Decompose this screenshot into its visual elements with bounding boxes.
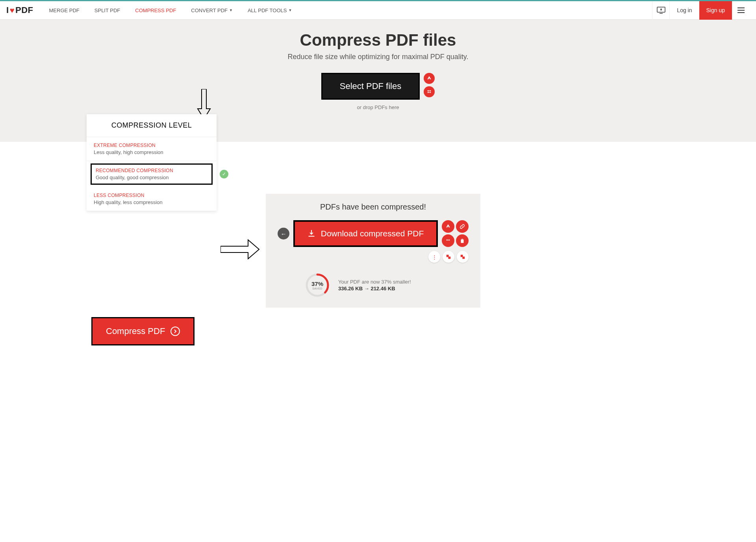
page-subtitle: Reduce file size while optimizing for ma… xyxy=(0,53,756,61)
chevron-down-icon: ▼ xyxy=(229,8,233,12)
chevron-down-icon: ▼ xyxy=(288,8,292,12)
nav-convert[interactable]: CONVERT PDF ▼ xyxy=(191,7,233,13)
desktop-download-icon[interactable] xyxy=(652,1,670,20)
logo-post: PDF xyxy=(15,5,33,15)
login-button[interactable]: Log in xyxy=(670,1,699,20)
dropbox-button[interactable] xyxy=(424,86,435,97)
logo-pre: I xyxy=(6,5,9,15)
logo[interactable]: I ♥ PDF xyxy=(6,5,33,15)
compression-panel-title: COMPRESSION LEVEL xyxy=(87,114,217,137)
heart-icon: ♥ xyxy=(10,6,15,15)
nav-merge[interactable]: MERGE PDF xyxy=(49,7,80,13)
compression-option-extreme[interactable]: EXTREME COMPRESSION Less quality, high c… xyxy=(87,137,217,142)
main-nav: MERGE PDF SPLIT PDF COMPRESS PDF CONVERT… xyxy=(49,7,292,13)
page-title: Compress PDF files xyxy=(0,31,756,50)
nav-convert-label: CONVERT PDF xyxy=(191,7,228,13)
nav-compress[interactable]: COMPRESS PDF xyxy=(135,7,176,13)
google-drive-button[interactable] xyxy=(424,73,435,84)
drop-hint: or drop PDFs here xyxy=(0,104,756,110)
select-files-button[interactable]: Select PDF files xyxy=(321,73,420,100)
header: I ♥ PDF MERGE PDF SPLIT PDF COMPRESS PDF… xyxy=(0,1,756,20)
hamburger-icon[interactable] xyxy=(732,1,750,20)
compression-panel: COMPRESSION LEVEL EXTREME COMPRESSION Le… xyxy=(87,114,217,142)
signup-button[interactable]: Sign up xyxy=(699,1,732,20)
nav-all-tools[interactable]: ALL PDF TOOLS ▼ xyxy=(248,7,292,13)
nav-split[interactable]: SPLIT PDF xyxy=(94,7,120,13)
nav-all-label: ALL PDF TOOLS xyxy=(248,7,287,13)
